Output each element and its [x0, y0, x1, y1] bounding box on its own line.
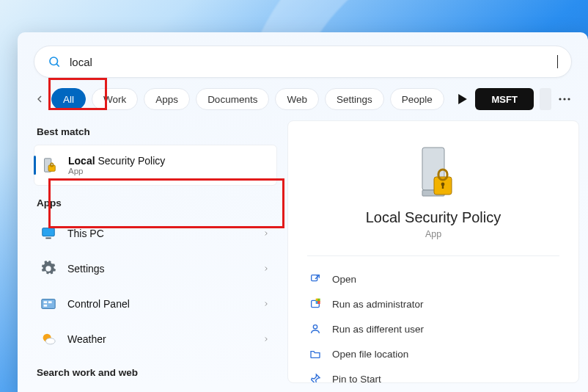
best-match-subtitle: App: [68, 167, 269, 175]
svg-rect-14: [44, 305, 48, 307]
svg-point-29: [313, 325, 317, 329]
svg-rect-28: [318, 302, 320, 304]
filter-chip-apps[interactable]: Apps: [144, 88, 190, 110]
svg-rect-22: [442, 184, 444, 189]
svg-rect-10: [45, 238, 51, 239]
action-label: Run as administrator: [332, 299, 424, 310]
svg-rect-25: [316, 299, 317, 301]
detail-app-icon: [410, 142, 457, 206]
detail-pane: Local Security Policy App OpenRun as adm…: [287, 120, 579, 383]
msft-button[interactable]: MSFT: [475, 88, 533, 110]
action-label: Open file location: [332, 349, 408, 360]
action-label: Open: [332, 274, 356, 285]
svg-rect-11: [42, 300, 55, 309]
open-icon: [309, 272, 322, 286]
monitor-icon: [40, 225, 57, 242]
user-icon: [309, 322, 322, 335]
action-label: Pin to Start: [332, 374, 381, 384]
app-result-control-panel[interactable]: Control Panel: [34, 286, 277, 322]
account-placeholder[interactable]: [540, 88, 551, 110]
filter-chip-all[interactable]: All: [51, 88, 86, 110]
chevron-right-icon: [262, 334, 270, 344]
filter-chip-settings[interactable]: Settings: [325, 88, 384, 110]
media-play-icon[interactable]: [456, 89, 470, 109]
filter-chip-web[interactable]: Web: [275, 88, 319, 110]
results-column: Best match Local Security Policy App App…: [34, 120, 277, 383]
text-cursor: [557, 55, 558, 68]
search-work-web-header: Search work and web: [37, 367, 277, 378]
svg-marker-2: [458, 94, 467, 104]
detail-title: Local Security Policy: [366, 209, 501, 226]
svg-point-3: [559, 98, 561, 100]
gear-icon: [40, 260, 57, 277]
search-icon: [48, 55, 61, 68]
action-pin-to-start[interactable]: Pin to Start: [307, 366, 559, 383]
divider: [307, 255, 559, 256]
action-run-as-administrator[interactable]: Run as administrator: [307, 291, 559, 316]
search-input[interactable]: [70, 56, 558, 68]
action-open[interactable]: Open: [307, 266, 559, 291]
app-result-label: This PC: [67, 228, 252, 239]
svg-point-16: [45, 338, 55, 344]
svg-rect-27: [316, 302, 317, 304]
chevron-right-icon: [262, 264, 270, 274]
chevron-right-icon: [262, 228, 270, 239]
detail-subtitle: App: [425, 229, 441, 239]
filter-chip-work[interactable]: Work: [92, 88, 138, 110]
pin-icon: [309, 372, 322, 383]
filter-chip-documents[interactable]: Documents: [196, 88, 269, 110]
svg-point-5: [567, 98, 570, 100]
folder-icon: [309, 347, 322, 360]
app-result-this-pc[interactable]: This PC: [34, 216, 277, 251]
action-label: Run as different user: [332, 324, 424, 335]
svg-point-0: [50, 57, 58, 65]
svg-point-4: [563, 98, 565, 100]
best-match-title: Local Security Policy: [68, 155, 269, 167]
chevron-right-icon: [262, 299, 270, 309]
svg-rect-26: [318, 299, 320, 301]
app-result-weather[interactable]: Weather: [34, 322, 277, 357]
local-security-policy-icon: [40, 156, 58, 174]
weather-icon: [40, 330, 57, 348]
action-run-as-different-user[interactable]: Run as different user: [307, 316, 559, 341]
filter-chip-people[interactable]: People: [390, 88, 444, 110]
action-open-file-location[interactable]: Open file location: [307, 341, 559, 366]
svg-rect-9: [43, 228, 55, 236]
filter-row: AllWorkAppsDocumentsWebSettingsPeople MS…: [18, 78, 588, 110]
app-result-label: Control Panel: [67, 298, 252, 310]
svg-line-1: [56, 64, 59, 67]
svg-rect-12: [44, 301, 48, 303]
panel-icon: [40, 295, 57, 313]
svg-rect-13: [48, 301, 52, 303]
app-result-settings[interactable]: Settings: [34, 251, 277, 286]
best-match-result[interactable]: Local Security Policy App: [34, 145, 277, 186]
app-result-label: Weather: [67, 333, 252, 345]
search-box[interactable]: [34, 46, 572, 78]
start-search-panel: AllWorkAppsDocumentsWebSettingsPeople MS…: [18, 32, 588, 392]
shield-icon: [309, 297, 322, 311]
more-options-button[interactable]: [557, 88, 572, 110]
back-button[interactable]: [34, 90, 45, 108]
apps-header: Apps: [37, 197, 277, 208]
best-match-header: Best match: [37, 126, 277, 137]
app-result-label: Settings: [67, 263, 252, 275]
